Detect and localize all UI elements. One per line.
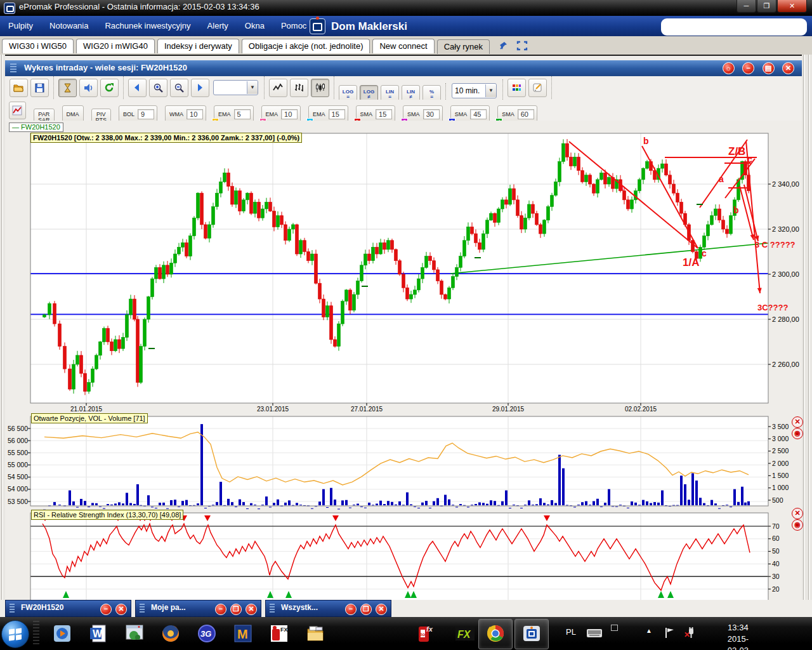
speaker-icon[interactable]	[79, 79, 98, 97]
menu-item-notowania[interactable]: Notowania	[41, 16, 96, 30]
line-chart-icon[interactable]	[269, 79, 287, 97]
clock-time: 13:34	[728, 622, 749, 633]
step-right-icon[interactable]	[191, 79, 209, 97]
palette-icon[interactable]	[508, 79, 526, 97]
mathematica-icon[interactable]: M	[232, 622, 254, 645]
chart-settings-button[interactable]: ☼	[723, 62, 735, 74]
fx-green-icon[interactable]: FX	[454, 622, 476, 645]
hourglass-icon[interactable]	[58, 79, 77, 97]
firefox-icon[interactable]	[159, 622, 182, 645]
drag-grip[interactable]	[10, 63, 16, 73]
docked-window-icon[interactable]	[611, 625, 618, 631]
minimized-close-button[interactable]: ✕	[246, 604, 257, 615]
tab-new-connect[interactable]: New connect	[372, 39, 434, 53]
menu-item-alerty[interactable]: Alerty	[199, 16, 237, 30]
minimized-restore-button[interactable]: −	[345, 604, 357, 615]
sma15-button-period-field[interactable]: 15	[376, 109, 392, 119]
bol-button-period-field[interactable]: 9	[138, 109, 154, 119]
open-folder-icon[interactable]	[10, 79, 28, 97]
minimized-maximize-button[interactable]: ❐	[360, 604, 372, 615]
volume-target-icon[interactable]: ◉	[792, 428, 803, 439]
ema10-button-period-field[interactable]: 10	[281, 109, 298, 119]
refresh-icon[interactable]	[100, 79, 119, 97]
chart-app-icon[interactable]	[123, 622, 146, 645]
tab-obligacje-i-akcje-not-jednolite-[interactable]: Obligacje i akcje (not. jednolite)	[242, 39, 370, 53]
bar-chart-icon[interactable]	[290, 79, 308, 97]
sma15-button-label: SMA	[359, 112, 374, 117]
minimized-maximize-button[interactable]: ❐	[230, 604, 242, 615]
close-button[interactable]: ✕	[777, 0, 807, 13]
fullscreen-icon[interactable]	[516, 41, 528, 53]
ema15-button-period-field[interactable]: 15	[329, 109, 345, 119]
rsi-target-icon[interactable]: ◉	[792, 519, 803, 531]
menu-item-okna[interactable]: Okna	[237, 16, 273, 30]
minimized-restore-button[interactable]: −	[215, 604, 226, 615]
chart-minimize-button[interactable]: −	[742, 62, 754, 74]
sma60-button-period-field[interactable]: 60	[518, 109, 534, 119]
tab-indeksy-i-derywaty[interactable]: Indeksy i derywaty	[157, 39, 239, 53]
sma60-button-label: SMA	[501, 112, 516, 117]
chart-canvas[interactable]: 2 340,002 320,002 300,002 280,002 260,00…	[5, 121, 802, 600]
minimized-window-fw20h1520[interactable]: FW20H1520−✕	[5, 600, 131, 617]
svg-text:b: b	[643, 136, 649, 146]
taskbar-clock[interactable]: 13:34 2015-02-03	[728, 622, 749, 650]
chrome-icon[interactable]	[484, 622, 507, 645]
power-plug-icon[interactable]: ✕	[684, 627, 697, 640]
menu-item-pomoc[interactable]: Pomoc	[273, 16, 315, 30]
ema5-button-period-field[interactable]: 5	[234, 109, 251, 119]
volume-close-icon[interactable]: ✕	[792, 416, 803, 428]
keyboard-icon[interactable]	[586, 627, 603, 640]
fx-white-icon[interactable]: FX	[268, 622, 291, 645]
tray-expand-icon[interactable]: ▲	[646, 627, 652, 634]
sma45-button-period-field[interactable]: 45	[470, 109, 487, 119]
step-left-icon[interactable]	[128, 79, 147, 97]
menu-item-rachunek-inwestycyjny[interactable]: Rachunek inwestycyjny	[96, 16, 199, 30]
tab-wig20-i-mwig40[interactable]: WIG20 i mWIG40	[76, 39, 155, 53]
language-indicator[interactable]: PL	[566, 627, 576, 637]
svg-text:70: 70	[772, 522, 780, 530]
svg-text:55 000: 55 000	[8, 461, 28, 468]
save-icon[interactable]	[30, 79, 49, 97]
start-button[interactable]	[1, 620, 29, 648]
documents-folder-icon[interactable]	[304, 622, 327, 645]
interval-combo[interactable]: 10 min.▼	[452, 83, 497, 98]
minimized-close-button[interactable]: ✕	[115, 604, 127, 615]
zoom-out-icon[interactable]	[170, 79, 188, 97]
menu-item-pulpity[interactable]: Pulpity	[0, 16, 41, 30]
svg-text:1 000: 1 000	[772, 484, 789, 491]
maximize-button[interactable]: ❐	[757, 0, 776, 13]
minimized-restore-button[interactable]: −	[100, 604, 112, 615]
3g-icon[interactable]: 3G	[195, 622, 218, 645]
rsi-close-icon[interactable]: ✕	[792, 508, 803, 519]
chart-window-titlebar[interactable]: Wykres intraday - wiele sesji: FW20H1520…	[5, 60, 802, 76]
pin-icon[interactable]	[499, 41, 509, 53]
pko-icon[interactable]	[520, 622, 543, 645]
minimized-close-button[interactable]: ✕	[376, 604, 387, 615]
chart-area[interactable]: 2 340,002 320,002 300,002 280,002 260,00…	[5, 121, 802, 600]
edit-notes-icon[interactable]	[528, 79, 547, 97]
minimize-button[interactable]: ─	[737, 0, 756, 13]
window-left-border	[0, 55, 5, 617]
minimized-window-wszystk[interactable]: Wszystk...−❐✕	[265, 600, 391, 617]
iofx-icon[interactable]: Iofx	[416, 622, 438, 645]
redacted-area	[661, 18, 807, 36]
scale-combo[interactable]: ▼	[213, 80, 258, 95]
svg-text:Z/B: Z/B	[728, 145, 745, 157]
svg-text:a: a	[619, 182, 624, 192]
sma30-button-period-field[interactable]: 30	[423, 109, 440, 119]
media-player-icon[interactable]	[51, 622, 74, 645]
action-center-flag-icon[interactable]	[665, 627, 675, 640]
candle-chart-icon[interactable]	[311, 79, 329, 97]
chart-window-title: Wykres intraday - wiele sesji: FW20H1520	[24, 63, 187, 72]
tab-ca-y-rynek[interactable]: Cały rynek	[437, 39, 490, 54]
price-chart-button[interactable]	[9, 102, 26, 119]
wma-button-period-field[interactable]: 10	[187, 109, 203, 119]
chart-close-button[interactable]: ✕	[782, 62, 794, 74]
minimized-window-mojepa[interactable]: Moje pa...−❐✕	[135, 600, 261, 617]
word-icon[interactable]: W	[87, 622, 110, 645]
chevron-down-icon[interactable]: ▼	[247, 81, 258, 94]
tab-wig30-i-wig50[interactable]: WIG30 i WIG50	[2, 39, 74, 53]
chart-print-button[interactable]: ▤	[763, 62, 775, 74]
chevron-down-icon[interactable]: ▼	[485, 84, 496, 97]
zoom-in-icon[interactable]	[149, 79, 167, 97]
